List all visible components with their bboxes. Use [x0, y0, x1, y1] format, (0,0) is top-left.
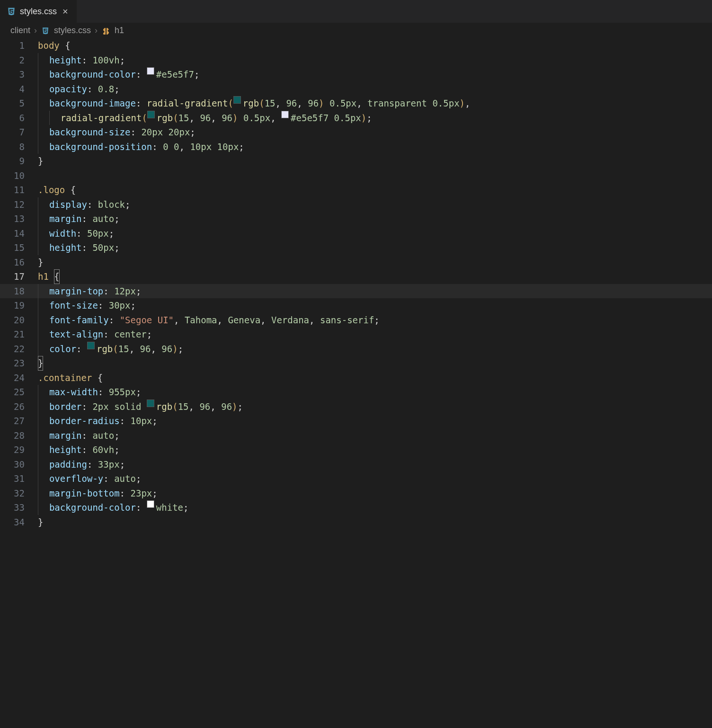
color-swatch-icon[interactable] [147, 500, 154, 508]
breadcrumb[interactable]: client › styles.css › h1 [0, 23, 712, 38]
code-content[interactable]: .container { [38, 371, 103, 385]
color-swatch-icon[interactable] [87, 342, 95, 349]
code-content[interactable]: body { [38, 38, 71, 53]
code-content[interactable]: text-align: center; [38, 327, 152, 342]
code-line[interactable]: 29 height: 60vh; [0, 443, 712, 457]
code-line[interactable]: 21 text-align: center; [0, 327, 712, 342]
code-content[interactable]: .logo { [38, 183, 76, 197]
line-number: 30 [0, 457, 38, 472]
code-line[interactable]: 3 background-color: #e5e5f7; [0, 67, 712, 82]
code-line[interactable]: 7 background-size: 20px 20px; [0, 125, 712, 140]
code-line[interactable]: 25 max-width: 955px; [0, 385, 712, 400]
code-content[interactable]: } [38, 515, 43, 530]
code-content[interactable]: background-size: 20px 20px; [38, 125, 196, 140]
code-content[interactable]: height: 50px; [38, 240, 120, 255]
code-content[interactable]: background-position: 0 0, 10px 10px; [38, 140, 244, 154]
line-number: 26 [0, 400, 38, 414]
line-number: 27 [0, 414, 38, 428]
breadcrumb-folder[interactable]: client [10, 26, 30, 36]
code-line[interactable]: 27 border-radius: 10px; [0, 414, 712, 428]
code-content[interactable]: margin: auto; [38, 428, 120, 443]
code-line[interactable]: 1body { [0, 38, 712, 53]
code-content[interactable]: height: 100vh; [38, 53, 125, 68]
color-swatch-icon[interactable] [281, 111, 289, 118]
code-content[interactable]: padding: 33px; [38, 457, 125, 472]
line-number: 4 [0, 82, 38, 97]
code-line[interactable]: 18 margin-top: 12px; [0, 284, 712, 299]
code-content[interactable]: font-family: "Segoe UI", Tahoma, Geneva,… [38, 313, 380, 328]
code-content[interactable]: } [38, 255, 43, 270]
code-content[interactable]: } [38, 356, 43, 371]
line-number: 10 [0, 169, 38, 183]
line-number: 3 [0, 67, 38, 82]
code-line[interactable]: 4 opacity: 0.8; [0, 82, 712, 97]
line-number: 6 [0, 111, 38, 125]
code-line[interactable]: 34} [0, 515, 712, 530]
code-line[interactable]: 8 background-position: 0 0, 10px 10px; [0, 140, 712, 154]
code-line[interactable]: 9} [0, 154, 712, 169]
code-content[interactable]: font-size: 30px; [38, 298, 136, 313]
editor-tab[interactable]: styles.css × [0, 0, 77, 23]
code-line[interactable]: 6 radial-gradient(rgb(15, 96, 96) 0.5px,… [0, 111, 712, 125]
code-content[interactable]: background-image: radial-gradient(rgb(15… [38, 96, 471, 111]
code-editor[interactable]: 1body {2 height: 100vh;3 background-colo… [0, 38, 712, 529]
code-line[interactable]: 26 border: 2px solid rgb(15, 96, 96); [0, 400, 712, 414]
line-number: 9 [0, 154, 38, 169]
code-content[interactable]: border: 2px solid rgb(15, 96, 96); [38, 400, 243, 414]
color-swatch-icon[interactable] [147, 111, 155, 118]
color-swatch-icon[interactable] [233, 96, 241, 104]
code-content[interactable]: h1 { [38, 269, 60, 284]
symbol-icon [101, 26, 111, 36]
code-line[interactable]: 15 height: 50px; [0, 240, 712, 255]
code-content[interactable]: height: 60vh; [38, 443, 120, 457]
code-line[interactable]: 23} [0, 356, 712, 371]
code-content[interactable]: width: 50px; [38, 226, 114, 241]
code-content[interactable]: margin: auto; [38, 212, 120, 226]
line-number: 14 [0, 226, 38, 241]
line-number: 25 [0, 385, 38, 400]
code-line[interactable]: 14 width: 50px; [0, 226, 712, 241]
code-content[interactable]: max-width: 955px; [38, 385, 141, 400]
breadcrumb-symbol[interactable]: h1 [115, 26, 124, 36]
code-line[interactable]: 19 font-size: 30px; [0, 298, 712, 313]
line-number: 24 [0, 371, 38, 385]
line-number: 1 [0, 38, 38, 53]
code-line[interactable]: 5 background-image: radial-gradient(rgb(… [0, 96, 712, 111]
line-number: 19 [0, 298, 38, 313]
code-content[interactable]: color: rgb(15, 96, 96); [38, 342, 183, 356]
breadcrumb-file[interactable]: styles.css [54, 26, 91, 36]
line-number: 12 [0, 197, 38, 212]
code-line[interactable]: 30 padding: 33px; [0, 457, 712, 472]
line-number: 7 [0, 125, 38, 140]
code-line[interactable]: 10 [0, 169, 712, 183]
code-line[interactable]: 2 height: 100vh; [0, 53, 712, 68]
code-content[interactable]: background-color: #e5e5f7; [38, 67, 199, 82]
close-icon[interactable]: × [61, 6, 70, 17]
code-content[interactable]: radial-gradient(rgb(15, 96, 96) 0.5px, #… [38, 111, 372, 125]
code-content[interactable]: overflow-y: auto; [38, 471, 141, 486]
code-line[interactable]: 13 margin: auto; [0, 212, 712, 226]
code-line[interactable]: 12 display: block; [0, 197, 712, 212]
code-line[interactable]: 22 color: rgb(15, 96, 96); [0, 342, 712, 356]
code-line[interactable]: 17h1 { [0, 269, 712, 284]
code-line[interactable]: 16} [0, 255, 712, 270]
line-number: 23 [0, 356, 38, 371]
code-content[interactable]: margin-top: 12px; [38, 284, 141, 299]
chevron-right-icon: › [95, 26, 98, 36]
color-swatch-icon[interactable] [147, 67, 154, 75]
code-content[interactable]: display: block; [38, 197, 131, 212]
color-swatch-icon[interactable] [147, 400, 154, 407]
tab-bar: styles.css × [0, 0, 712, 23]
code-content[interactable]: opacity: 0.8; [38, 82, 120, 97]
code-line[interactable]: 33 background-color: white; [0, 500, 712, 515]
code-line[interactable]: 24.container { [0, 371, 712, 385]
code-content[interactable]: border-radius: 10px; [38, 414, 158, 428]
code-line[interactable]: 20 font-family: "Segoe UI", Tahoma, Gene… [0, 313, 712, 328]
code-line[interactable]: 32 margin-bottom: 23px; [0, 486, 712, 501]
code-line[interactable]: 11.logo { [0, 183, 712, 197]
code-content[interactable]: background-color: white; [38, 500, 188, 515]
code-content[interactable]: margin-bottom: 23px; [38, 486, 158, 501]
code-line[interactable]: 31 overflow-y: auto; [0, 471, 712, 486]
code-content[interactable]: } [38, 154, 43, 169]
code-line[interactable]: 28 margin: auto; [0, 428, 712, 443]
